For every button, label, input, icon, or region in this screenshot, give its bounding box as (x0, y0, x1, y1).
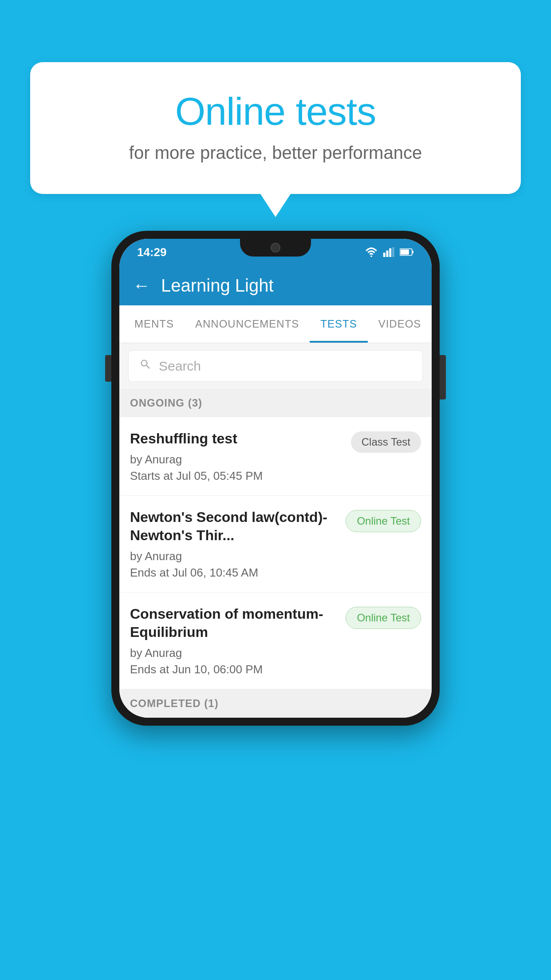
test-list: Reshuffling test by Anurag Starts at Jul… (119, 417, 432, 689)
test-item[interactable]: Newton's Second law(contd)-Newton's Thir… (119, 496, 432, 593)
svg-rect-1 (383, 253, 386, 257)
test-badge-online: Online Test (346, 607, 421, 629)
tab-announcements[interactable]: ANNOUNCEMENTS (185, 305, 310, 343)
battery-icon (400, 247, 414, 257)
test-date: Ends at Jun 10, 06:00 PM (130, 663, 337, 676)
svg-point-0 (370, 256, 372, 257)
svg-rect-3 (389, 248, 391, 257)
search-icon (139, 358, 152, 374)
speech-bubble: Online tests for more practice, better p… (30, 62, 521, 194)
tab-tests[interactable]: TESTS (310, 305, 367, 343)
ongoing-section-header: ONGOING (3) (119, 389, 432, 417)
completed-label: COMPLETED (1) (130, 697, 219, 709)
wifi-icon (365, 247, 378, 257)
svg-rect-7 (412, 251, 413, 253)
test-info: Newton's Second law(contd)-Newton's Thir… (130, 508, 346, 580)
search-container: Search (119, 343, 432, 389)
test-item[interactable]: Reshuffling test by Anurag Starts at Jul… (119, 417, 432, 496)
speech-bubble-container: Online tests for more practice, better p… (30, 62, 521, 194)
notch (240, 239, 311, 257)
test-info: Conservation of momentum-Equilibrium by … (130, 605, 346, 676)
test-badge-class: Class Test (351, 431, 421, 453)
phone-screen: 14:29 (119, 239, 432, 718)
test-date: Starts at Jul 05, 05:45 PM (130, 469, 342, 483)
test-author: by Anurag (130, 646, 337, 660)
svg-rect-4 (392, 247, 394, 257)
svg-rect-2 (386, 250, 389, 257)
test-title: Newton's Second law(contd)-Newton's Thir… (130, 508, 337, 545)
test-date: Ends at Jul 06, 10:45 AM (130, 566, 337, 580)
bubble-subtitle: for more practice, better performance (66, 143, 485, 163)
app-bar: ← Learning Light (119, 265, 432, 305)
completed-section-header: COMPLETED (1) (119, 689, 432, 718)
test-title: Reshuffling test (130, 430, 342, 448)
status-time: 14:29 (137, 245, 167, 259)
phone-wrapper: 14:29 (111, 231, 440, 726)
tab-ments[interactable]: MENTS (124, 305, 185, 343)
test-info: Reshuffling test by Anurag Starts at Jul… (130, 430, 351, 483)
test-item[interactable]: Conservation of momentum-Equilibrium by … (119, 593, 432, 689)
tabs-bar: MENTS ANNOUNCEMENTS TESTS VIDEOS (119, 305, 432, 343)
test-title: Conservation of momentum-Equilibrium (130, 605, 337, 642)
back-button[interactable]: ← (133, 276, 150, 296)
app-bar-title: Learning Light (161, 276, 274, 296)
status-bar: 14:29 (119, 239, 432, 265)
bubble-title: Online tests (66, 89, 485, 134)
test-author: by Anurag (130, 453, 342, 466)
test-badge-online: Online Test (346, 510, 421, 532)
tab-videos[interactable]: VIDEOS (368, 305, 432, 343)
camera-notch (271, 243, 280, 253)
ongoing-label: ONGOING (3) (130, 397, 202, 409)
status-icons (365, 247, 414, 257)
phone-outer: 14:29 (111, 231, 440, 726)
search-placeholder: Search (159, 359, 201, 374)
search-box[interactable]: Search (128, 350, 423, 382)
test-author: by Anurag (130, 549, 337, 563)
svg-rect-6 (401, 249, 409, 255)
signal-icon (383, 247, 394, 257)
